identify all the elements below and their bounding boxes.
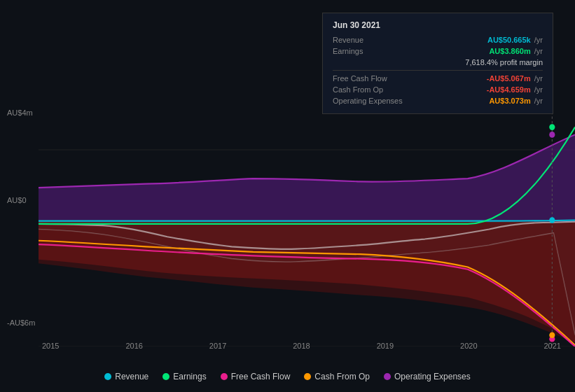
x-label-2018: 2018: [293, 342, 310, 350]
x-label-2019: 2019: [377, 342, 394, 350]
legend-cashop-label: Cash From Op: [314, 372, 370, 382]
legend-opex-label: Operating Expenses: [394, 372, 471, 382]
x-label-2017: 2017: [209, 342, 226, 350]
tooltip-revenue-row: Revenue AU$50.665k /yr: [333, 34, 543, 46]
legend-opex-dot: [384, 373, 391, 380]
tooltip-date: Jun 30 2021: [333, 20, 543, 30]
legend-revenue[interactable]: Revenue: [104, 372, 148, 382]
tooltip-earnings-row: Earnings AU$3.860m /yr: [333, 46, 543, 57]
tooltip-opex-row: Operating Expenses AU$3.073m /yr: [333, 95, 543, 106]
tooltip-opex-label: Operating Expenses: [333, 97, 410, 105]
tooltip-fcf-row: Free Cash Flow -AU$5.067m /yr: [333, 73, 543, 84]
x-label-2015: 2015: [42, 342, 59, 350]
tooltip-earnings-label: Earnings: [333, 47, 410, 55]
y-label-top: AU$4m: [7, 108, 33, 117]
legend: Revenue Earnings Free Cash Flow Cash Fro…: [0, 372, 575, 382]
legend-earnings-dot: [162, 373, 169, 380]
legend-revenue-dot: [104, 373, 111, 380]
tooltip-fcf-label: Free Cash Flow: [333, 74, 410, 83]
y-label-mid: AU$0: [7, 196, 27, 204]
x-label-2021: 2021: [543, 342, 560, 350]
tooltip-cashop-label: Cash From Op: [333, 85, 410, 94]
tooltip-revenue-value: AU$50.665k /yr: [487, 36, 543, 44]
tooltip-opex-value: AU$3.073m /yr: [489, 97, 543, 105]
chart-svg: [39, 112, 575, 346]
tooltip-cashop-value: -AU$4.659m /yr: [487, 85, 543, 94]
tooltip-revenue-label: Revenue: [333, 36, 410, 44]
legend-cashop-dot: [304, 373, 311, 380]
legend-earnings-label: Earnings: [173, 372, 206, 382]
tooltip-margin-row: 7,618.4% profit margin: [333, 57, 543, 68]
tooltip-earnings-value: AU$3.860m /yr: [489, 47, 543, 55]
x-label-2016: 2016: [125, 342, 142, 350]
svg-point-6: [549, 124, 555, 130]
x-label-2020: 2020: [460, 342, 477, 350]
x-axis-labels: 2015 2016 2017 2018 2019 2020 2021: [42, 342, 575, 350]
legend-revenue-label: Revenue: [115, 372, 148, 382]
legend-fcf-label: Free Cash Flow: [231, 372, 291, 382]
legend-fcf[interactable]: Free Cash Flow: [221, 372, 291, 382]
tooltip-fcf-value: -AU$5.067m /yr: [487, 74, 543, 83]
legend-opex[interactable]: Operating Expenses: [384, 372, 471, 382]
tooltip-panel: Jun 30 2021 Revenue AU$50.665k /yr Earni…: [322, 13, 553, 114]
svg-point-8: [549, 332, 555, 338]
legend-fcf-dot: [221, 373, 228, 380]
svg-point-5: [549, 217, 555, 223]
legend-cashop[interactable]: Cash From Op: [304, 372, 370, 382]
tooltip-cashop-row: Cash From Op -AU$4.659m /yr: [333, 84, 543, 95]
svg-point-9: [549, 132, 555, 138]
legend-earnings[interactable]: Earnings: [162, 372, 206, 382]
y-label-bot: -AU$6m: [7, 318, 35, 327]
tooltip-margin-value: 7,618.4% profit margin: [465, 58, 543, 66]
